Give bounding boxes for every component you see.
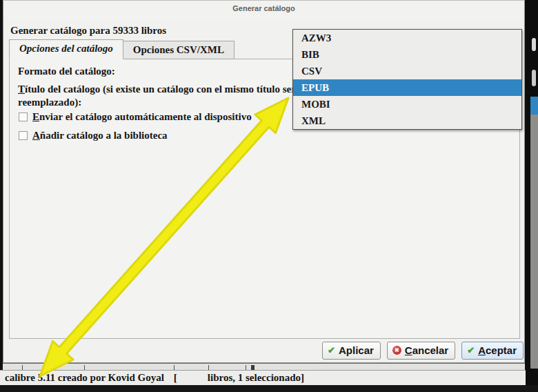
dialog-heading: Generar catálogo para 59333 libros bbox=[10, 25, 166, 37]
dropdown-item-bib[interactable]: BIB bbox=[293, 46, 521, 63]
green-check-icon: ✔ bbox=[328, 346, 335, 355]
grid-tick bbox=[251, 365, 255, 370]
catalog-format-dropdown: AZW3 BIB CSV EPUB MOBI XML bbox=[292, 29, 522, 130]
partial-scrollbar-sliver bbox=[530, 115, 538, 369]
add-to-library-checkbox[interactable] bbox=[19, 131, 28, 140]
dialog-button-row: ✔ Aplicar ✖ Cancelar ✔ Aceptar bbox=[322, 342, 524, 360]
grid-tick bbox=[174, 365, 175, 370]
dialog-titlebar[interactable]: Generar catálogo bbox=[3, 1, 524, 19]
screen: Generar catálogo Generar catálogo para 5… bbox=[0, 0, 538, 392]
accept-button-label: Aceptar bbox=[478, 344, 517, 356]
tab-bar: Opciones del catálogo Opciones CSV/XML bbox=[9, 39, 235, 59]
add-to-library-label: Añadir catálogo a la biblioteca bbox=[32, 130, 168, 141]
green-check-icon: ✔ bbox=[467, 346, 475, 355]
accept-button[interactable]: ✔ Aceptar bbox=[461, 342, 524, 360]
grid-tick bbox=[84, 365, 85, 370]
tab-catalog-options[interactable]: Opciones del catálogo bbox=[9, 39, 123, 59]
send-to-device-checkbox[interactable] bbox=[19, 112, 28, 121]
dropdown-item-mobi[interactable]: MOBI bbox=[293, 96, 521, 112]
bottom-backdrop bbox=[0, 385, 538, 392]
status-version-text: calibre 5.11 creado por Kovid Goyal bbox=[5, 372, 164, 384]
dropdown-item-xml[interactable]: XML bbox=[293, 112, 521, 129]
status-bracket: [ bbox=[174, 372, 177, 384]
dropdown-item-epub[interactable]: EPUB bbox=[293, 79, 521, 96]
label-text: ítulo del catálogo (si existe un catálog… bbox=[18, 84, 301, 108]
dropdown-item-csv[interactable]: CSV bbox=[293, 63, 521, 79]
mnemonic: E bbox=[32, 111, 39, 122]
tab-csv-xml-options[interactable]: Opciones CSV/XML bbox=[123, 41, 235, 59]
dropdown-item-azw3[interactable]: AZW3 bbox=[293, 30, 521, 46]
tab-label: Opciones del catálogo bbox=[19, 43, 113, 54]
send-to-device-checkbox-row[interactable]: Enviar el catálogo automáticamente al di… bbox=[19, 111, 252, 123]
label-text: ñadir catálogo a la biblioteca bbox=[40, 130, 168, 141]
partial-glyph bbox=[532, 70, 536, 86]
mnemonic: A bbox=[32, 130, 40, 141]
apply-button-label: Aplicar bbox=[339, 344, 374, 356]
mnemonic: C bbox=[405, 344, 412, 356]
send-to-device-label: Enviar el catálogo automáticamente al di… bbox=[32, 111, 252, 123]
background-window-strip bbox=[3, 363, 525, 370]
apply-button[interactable]: ✔ Aplicar bbox=[322, 342, 381, 360]
mnemonic: A bbox=[478, 344, 486, 356]
grid-tick bbox=[246, 365, 246, 370]
grid-tick bbox=[22, 365, 23, 370]
label-text: Aplicar bbox=[339, 344, 374, 356]
label-text: nviar el catálogo automáticamente al dis… bbox=[39, 111, 252, 122]
tab-label: Opciones CSV/XML bbox=[133, 44, 224, 55]
catalog-format-label: Formato del catálogo: bbox=[18, 66, 115, 77]
red-cross-icon: ✖ bbox=[392, 346, 401, 355]
partial-selection-sliver bbox=[530, 97, 538, 115]
partial-glyph bbox=[532, 38, 536, 51]
dialog-title: Generar catálogo bbox=[232, 4, 295, 12]
label-text: ancelar bbox=[412, 344, 449, 356]
status-bar: calibre 5.11 creado por Kovid Goyal [ li… bbox=[0, 370, 526, 385]
cancel-button[interactable]: ✖ Cancelar bbox=[387, 342, 455, 360]
status-books-text: libros, 1 seleccionado] bbox=[208, 372, 304, 384]
label-text: ceptar bbox=[486, 344, 517, 356]
grid-tick bbox=[208, 365, 209, 370]
catalog-title-label: Título del catálogo (si existe un catálo… bbox=[18, 83, 325, 109]
cancel-button-label: Cancelar bbox=[405, 344, 448, 356]
mnemonic: T bbox=[18, 84, 25, 95]
right-backdrop bbox=[526, 0, 538, 385]
add-to-library-checkbox-row[interactable]: Añadir catálogo a la biblioteca bbox=[19, 130, 168, 141]
